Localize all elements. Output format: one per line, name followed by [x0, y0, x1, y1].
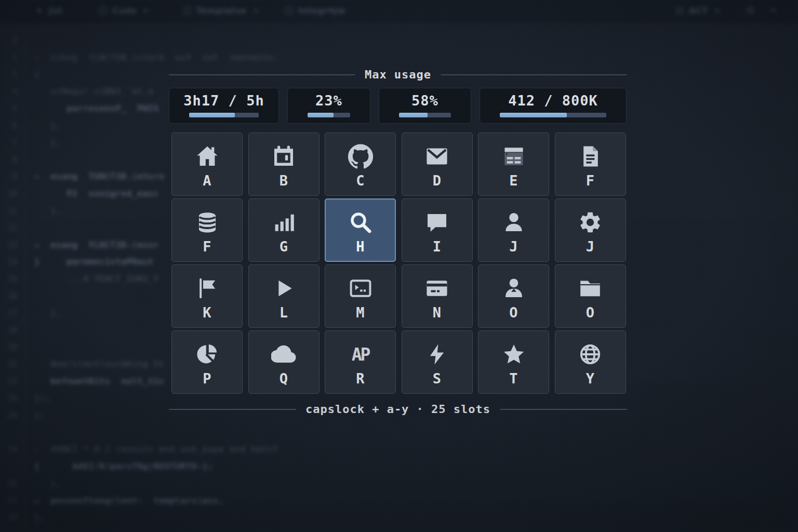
tile-key-letter: J	[586, 238, 594, 255]
file-icon	[99, 6, 108, 15]
topbar-item-integrhjw[interactable]: Integrhjw	[285, 6, 345, 16]
topbar-item-label: Integrhjw	[298, 6, 345, 16]
shortcut-tile-o-folder[interactable]: O	[555, 264, 626, 328]
line-number: 25	[0, 356, 24, 373]
line-number: 11	[0, 203, 24, 220]
code-text	[24, 424, 34, 441]
tile-key-letter: O	[586, 304, 594, 321]
shortcut-tile-e-browser-list[interactable]: E	[478, 132, 549, 196]
user-icon	[501, 208, 526, 237]
usage-stat-value: 23%	[288, 92, 370, 109]
code-line: 3	[0, 32, 798, 49]
github-icon	[348, 142, 373, 171]
code-text	[24, 220, 34, 237]
code-line: 18},	[0, 509, 798, 526]
shortcut-tile-s-bolt[interactable]: S	[402, 330, 473, 394]
usage-progress-fill	[399, 113, 428, 117]
file-icon	[183, 6, 192, 15]
code-text: — pesonofteng(lent- templarv)ass,	[24, 493, 224, 510]
shortcut-tile-m-terminal[interactable]: M	[325, 264, 396, 328]
topbar-item-templatse[interactable]: Templatse	[183, 6, 260, 16]
credit-card-icon	[424, 274, 449, 303]
shortcut-tile-h-search[interactable]: H	[325, 198, 396, 262]
line-number: 12	[0, 220, 24, 237]
topbar-item-label: Templatse	[196, 6, 247, 16]
line-number: 17	[0, 305, 24, 322]
code-text: },	[24, 117, 61, 135]
browser-list-icon	[501, 142, 526, 171]
tile-key-letter: I	[433, 238, 441, 255]
shortcut-tile-j-user[interactable]: J	[478, 198, 549, 262]
shortcut-tile-i-chat[interactable]: I	[402, 198, 473, 262]
cloud-icon	[271, 340, 296, 369]
shortcut-tile-t-star[interactable]: T	[478, 330, 549, 394]
file-icon	[285, 6, 294, 15]
code-text: {	[24, 66, 39, 84]
shortcut-tile-f-database[interactable]: F	[171, 198, 243, 262]
usage-progress-fill	[500, 113, 567, 117]
code-line: 1— sskng YLNCTUN.(ctarb wsf not sentests…	[0, 49, 798, 66]
caret-right-icon	[35, 6, 44, 15]
search-icon	[348, 208, 373, 237]
line-number: 18	[0, 509, 24, 526]
tile-key-letter: A	[203, 172, 211, 189]
tile-key-letter: C	[356, 172, 364, 189]
topbar-item-label: Cude	[112, 6, 137, 16]
line-number	[0, 458, 24, 475]
terminal-icon	[348, 274, 373, 303]
shortcut-tile-j-gear[interactable]: J	[555, 198, 626, 262]
shortcut-tile-a-home[interactable]: A	[171, 132, 243, 196]
code-line: 14— 40NEI * H.J rennuts mnd ws6_pupe and…	[0, 441, 798, 458]
shortcut-tile-g-bar-chart[interactable]: G	[248, 198, 320, 262]
usage-stat-value: 58%	[379, 92, 471, 109]
topbar-item-label: Jut	[49, 6, 63, 16]
code-text: — 40NEI * H.J rennuts mnd ws6_pupe and`h…	[24, 441, 278, 458]
topbar-item-jut[interactable]: Jut	[35, 6, 63, 16]
line-number: 3	[0, 66, 24, 84]
line-number: 5	[0, 100, 24, 117]
shortcut-tile-f-document[interactable]: F	[555, 132, 626, 196]
shortcut-tile-k-flag[interactable]: K	[171, 264, 243, 328]
editor-topbar: Jut Cude Templatse Integrhjw	[0, 0, 798, 24]
line-number: 9	[0, 168, 24, 185]
tile-key-letter: K	[203, 304, 211, 321]
code-text: P2 sonigred_easc	[24, 185, 159, 203]
topbar-item-label: ACT	[689, 6, 708, 16]
shortcut-tile-q-cloud[interactable]: Q	[248, 330, 320, 394]
line-number: 14	[0, 254, 24, 271]
shortcut-tile-n-credit-card[interactable]: N	[402, 264, 473, 328]
shortcut-tile-y-globe[interactable]: Y	[555, 330, 626, 394]
header-rule-left	[169, 74, 355, 75]
line-number: 17	[0, 493, 24, 510]
gear-icon	[578, 208, 603, 237]
tile-key-letter: O	[509, 304, 517, 321]
topbar-item-act[interactable]: ACT	[675, 6, 722, 16]
tile-key-letter: R	[356, 370, 364, 387]
topbar-item-cude[interactable]: Cude	[99, 6, 150, 16]
shortcut-tile-r-ap-logo[interactable]: APR	[325, 330, 396, 394]
shortcut-tile-p-pie-chart[interactable]: P	[171, 330, 243, 394]
calendar-icon	[271, 142, 296, 171]
pie-chart-icon	[195, 340, 220, 369]
shortcut-tile-c-github[interactable]: C	[325, 132, 396, 196]
shortcut-tile-o-user-badge[interactable]: O	[478, 264, 549, 328]
topbar-item-settings[interactable]	[746, 6, 778, 15]
header-rule-right	[441, 74, 627, 75]
usage-stat-card: 58%	[379, 88, 471, 124]
line-number: 14	[0, 441, 24, 458]
tile-key-letter: T	[509, 370, 517, 387]
tile-key-letter: Y	[586, 370, 594, 387]
tile-key-letter: B	[280, 172, 288, 189]
tile-key-letter: E	[509, 172, 517, 189]
shortcut-tile-l-play[interactable]: L	[248, 264, 320, 328]
tile-key-letter: L	[280, 304, 288, 321]
code-text: },	[24, 305, 61, 322]
tile-key-letter: M	[356, 304, 364, 321]
code-text: },	[24, 475, 61, 493]
shortcut-tile-d-mail[interactable]: D	[402, 132, 473, 196]
max-usage-title: Max usage	[365, 68, 431, 81]
code-line: { AAEI/R/parsTNg|NUSTURTO-};	[0, 458, 798, 475]
line-number: 20	[0, 407, 24, 424]
shortcut-tile-b-calendar[interactable]: B	[248, 132, 320, 196]
screen: Jut Cude Templatse Integrhjw	[0, 0, 798, 532]
